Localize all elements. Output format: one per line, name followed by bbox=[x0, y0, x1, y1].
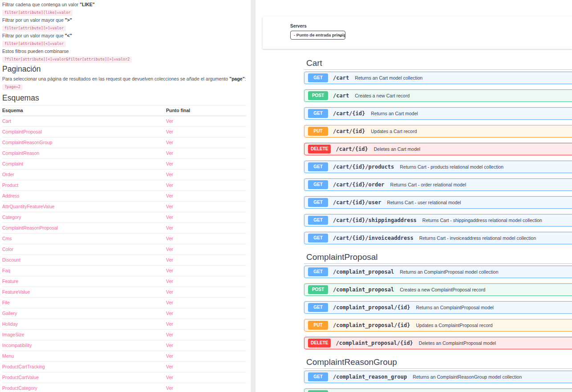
ver-link[interactable]: Ver bbox=[166, 204, 173, 209]
ver-link[interactable]: Ver bbox=[166, 247, 173, 252]
endpoint-row[interactable]: GET /complaint_proposal Returns an Compl… bbox=[304, 266, 572, 278]
endpoint-row[interactable]: POST /cart Creates a new Cart record bbox=[304, 89, 572, 102]
schema-link[interactable]: Product bbox=[2, 182, 18, 188]
filter-code: ?filter[attribute][<]=valor&filter[attri… bbox=[2, 57, 132, 63]
endpoint-row[interactable]: GET /cart/{id}/products Returns Cart - p… bbox=[304, 161, 572, 173]
ver-link[interactable]: Ver bbox=[166, 268, 173, 273]
schema-link[interactable]: Color bbox=[2, 247, 13, 252]
schema-link[interactable]: Menu bbox=[2, 353, 14, 359]
endpoint-row[interactable]: GET /complaint_proposal/{id} Returns an … bbox=[304, 301, 572, 314]
schema-link[interactable]: ComplaintReason bbox=[2, 150, 39, 156]
api-section-cart: Cart GET /cart Returns an Cart model col… bbox=[256, 56, 572, 250]
schema-link[interactable]: ProductCategory bbox=[2, 385, 37, 391]
servers-label: Servers bbox=[290, 24, 307, 28]
ver-link[interactable]: Ver bbox=[166, 385, 173, 391]
schema-link[interactable]: Cms bbox=[2, 236, 12, 241]
schema-link[interactable]: ComplaintProposal bbox=[2, 129, 42, 134]
schema-link[interactable]: ComplaintReasonGroup bbox=[2, 140, 53, 145]
endpoint-row[interactable]: GET /cart/{id}/order Returns Cart - orde… bbox=[304, 178, 572, 191]
schema-link[interactable]: Cart bbox=[2, 118, 11, 124]
schema-link[interactable]: Address bbox=[2, 193, 20, 198]
ver-link[interactable]: Ver bbox=[166, 279, 173, 284]
schema-link[interactable]: Incompatibility bbox=[2, 343, 32, 348]
table-row: Incompatibility Ver bbox=[2, 340, 246, 351]
endpoint-row[interactable]: PUT /cart/{id} Updates a Cart record bbox=[304, 125, 572, 137]
endpoint-path: /cart bbox=[333, 75, 349, 81]
endpoint-row[interactable]: DELETE /cart/{id} Deletes an Cart model bbox=[304, 143, 572, 155]
ver-link[interactable]: Ver bbox=[166, 214, 173, 220]
endpoint-row[interactable]: POST /complaint_proposal Creates a new C… bbox=[304, 283, 572, 296]
schema-link[interactable]: Discount bbox=[2, 257, 20, 263]
ver-link[interactable]: Ver bbox=[166, 364, 173, 369]
ver-link[interactable]: Ver bbox=[166, 172, 173, 177]
endpoint-description: Returns Cart - user relational model bbox=[387, 200, 461, 205]
ver-link[interactable]: Ver bbox=[166, 236, 173, 241]
endpoint-row[interactable]: GET /cart/{id} Returns an Cart model bbox=[304, 107, 572, 120]
ver-link[interactable]: Ver bbox=[166, 353, 173, 359]
schema-link[interactable]: File bbox=[2, 300, 10, 305]
ver-link[interactable]: Ver bbox=[166, 375, 173, 380]
ver-link[interactable]: Ver bbox=[166, 257, 173, 263]
ver-link[interactable]: Ver bbox=[166, 150, 173, 156]
ver-link[interactable]: Ver bbox=[166, 300, 173, 305]
schema-link[interactable]: FeatureValue bbox=[2, 289, 30, 295]
schema-link[interactable]: Feature bbox=[2, 279, 18, 284]
schemas-heading: Esquemas bbox=[2, 94, 251, 102]
ver-link[interactable]: Ver bbox=[166, 225, 173, 230]
method-badge: GET bbox=[308, 73, 328, 82]
filter-text: Filtrar cadena que contenga un valor "LI… bbox=[2, 0, 251, 8]
endpoint-path: /cart/{id} bbox=[333, 128, 365, 134]
api-section-complaintreasongroup: ComplaintReasonGroup GET /complaint_reas… bbox=[256, 355, 572, 392]
endpoint-description: Updates a ComplaintProposal record bbox=[416, 323, 492, 328]
ver-link[interactable]: Ver bbox=[166, 118, 173, 124]
ver-link[interactable]: Ver bbox=[166, 182, 173, 188]
schema-link[interactable]: ImageSize bbox=[2, 332, 24, 337]
table-row: ImageSize Ver bbox=[2, 330, 246, 340]
endpoint-path: /complaint_reason_group bbox=[333, 374, 407, 380]
schema-link[interactable]: Gallery bbox=[2, 311, 17, 316]
method-badge: POST bbox=[308, 91, 328, 100]
endpoint-row[interactable]: PUT /complaint_proposal/{id} Updates a C… bbox=[304, 319, 572, 331]
schema-link[interactable]: Order bbox=[2, 172, 14, 177]
table-row: Discount Ver bbox=[2, 255, 246, 266]
endpoint-row[interactable]: GET /cart/{id}/invoiceaddress Returns Ca… bbox=[304, 232, 572, 244]
endpoint-row[interactable]: DELETE /complaint_proposal/{id} Deletes … bbox=[304, 337, 572, 349]
endpoint-description: Updates a Cart record bbox=[371, 129, 417, 134]
schema-link[interactable]: ComplaintReasonProposal bbox=[2, 225, 58, 230]
table-row: Category Ver bbox=[2, 212, 246, 223]
schema-link[interactable]: Holiday bbox=[2, 321, 18, 327]
endpoint-description: Deletes an ComplaintProposal model bbox=[419, 340, 496, 346]
method-badge: DELETE bbox=[308, 339, 331, 348]
ver-link[interactable]: Ver bbox=[166, 193, 173, 198]
method-badge: GET bbox=[308, 303, 328, 312]
endpoint-row[interactable]: POST bbox=[304, 388, 572, 392]
table-row: Address Ver bbox=[2, 191, 246, 202]
schema-link[interactable]: Faq bbox=[2, 268, 10, 273]
schema-link[interactable]: AttrQuantityFeatureValue bbox=[2, 204, 55, 209]
operations-list: GET /complaint_reason_group Returns an C… bbox=[256, 371, 572, 392]
endpoint-row[interactable]: GET /cart/{id}/shippingaddress Returns C… bbox=[304, 214, 572, 226]
endpoint-row[interactable]: GET /cart/{id}/user Returns Cart - user … bbox=[304, 196, 572, 209]
endpoint-row[interactable]: GET /complaint_reason_group Returns an C… bbox=[304, 371, 572, 383]
ver-link[interactable]: Ver bbox=[166, 321, 173, 327]
pagination-heading: Paginación bbox=[2, 65, 251, 73]
table-row: Color Ver bbox=[2, 244, 246, 255]
endpoint-path: /cart/{id}/invoiceaddress bbox=[333, 235, 414, 241]
ver-link[interactable]: Ver bbox=[166, 289, 173, 295]
table-row: Product Ver bbox=[2, 180, 246, 191]
endpoint-description: Returns an ComplaintProposal model bbox=[416, 305, 494, 310]
ver-link[interactable]: Ver bbox=[166, 311, 173, 316]
servers-select[interactable]: - Punto de entrada principal v1 bbox=[290, 31, 345, 40]
schema-link[interactable]: Complaint bbox=[2, 161, 23, 166]
ver-link[interactable]: Ver bbox=[166, 161, 173, 166]
filter-doc-combine: Estos filtros pueden combinarse ?filter[… bbox=[2, 47, 251, 62]
ver-link[interactable]: Ver bbox=[166, 129, 173, 134]
ver-link[interactable]: Ver bbox=[166, 332, 173, 337]
schema-link[interactable]: ProductCartTracking bbox=[2, 364, 45, 369]
endpoint-row[interactable]: GET /cart Returns an Cart model collecti… bbox=[304, 72, 572, 84]
method-badge: GET bbox=[308, 234, 328, 242]
schema-link[interactable]: ProductCartValue bbox=[2, 375, 39, 380]
schema-link[interactable]: Category bbox=[2, 214, 21, 220]
ver-link[interactable]: Ver bbox=[166, 140, 173, 145]
ver-link[interactable]: Ver bbox=[166, 343, 173, 348]
